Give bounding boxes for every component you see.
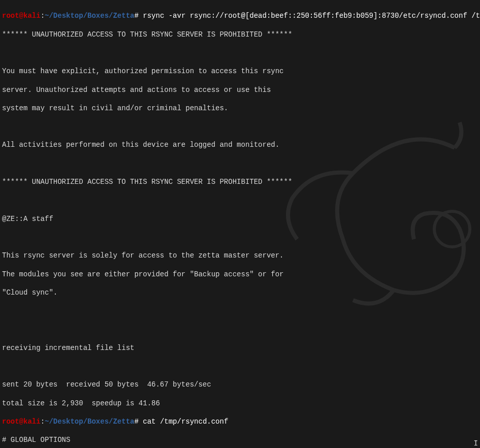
command-text: rsync -avr rsync://root@[dead:beef::250:… bbox=[139, 12, 480, 20]
output-line: The modules you see are either provided … bbox=[2, 270, 478, 279]
prompt-line: root@kali:~/Desktop/Boxes/Zetta# cat /tm… bbox=[2, 417, 478, 426]
output-line bbox=[2, 48, 478, 57]
prompt-path: ~/Desktop/Boxes/Zetta bbox=[45, 12, 134, 20]
prompt-user: root@kali bbox=[2, 12, 41, 20]
output-line bbox=[2, 122, 478, 131]
output-line: ****** UNAUTHORIZED ACCESS TO THIS RSYNC… bbox=[2, 177, 478, 186]
output-line: This rsync server is solely for access t… bbox=[2, 251, 478, 260]
output-line bbox=[2, 233, 478, 242]
output-line: "Cloud sync". bbox=[2, 288, 478, 297]
output-line bbox=[2, 306, 478, 315]
output-line: sent 20 bytes received 50 bytes 46.67 by… bbox=[2, 380, 478, 389]
output-line bbox=[2, 325, 478, 334]
output-line: @ZE::A staff bbox=[2, 214, 478, 223]
prompt-separator: : bbox=[41, 418, 45, 426]
prompt-separator: : bbox=[41, 12, 45, 20]
output-line: You must have explicit, authorized permi… bbox=[2, 67, 478, 76]
output-line: All activities performed on this device … bbox=[2, 140, 478, 149]
output-line: receiving incremental file list bbox=[2, 343, 478, 353]
terminal-output[interactable]: root@kali:~/Desktop/Boxes/Zetta# rsync -… bbox=[2, 2, 478, 448]
output-line: ****** UNAUTHORIZED ACCESS TO THIS RSYNC… bbox=[2, 30, 478, 39]
output-line bbox=[2, 159, 478, 168]
command-text: cat /tmp/rsyncd.conf bbox=[139, 418, 233, 426]
output-line: total size is 2,930 speedup is 41.86 bbox=[2, 399, 478, 408]
prompt-hash: # bbox=[134, 12, 138, 20]
prompt-line: root@kali:~/Desktop/Boxes/Zetta# rsync -… bbox=[2, 11, 478, 20]
output-line: system may result in civil and/or crimin… bbox=[2, 104, 478, 113]
prompt-path: ~/Desktop/Boxes/Zetta bbox=[45, 418, 134, 426]
prompt-user: root@kali bbox=[2, 418, 41, 426]
output-line bbox=[2, 362, 478, 371]
output-line: server. Unauthorized attempts and action… bbox=[2, 85, 478, 94]
prompt-hash: # bbox=[134, 418, 138, 426]
output-line: # GLOBAL OPTIONS bbox=[2, 435, 478, 444]
output-line bbox=[2, 196, 478, 205]
